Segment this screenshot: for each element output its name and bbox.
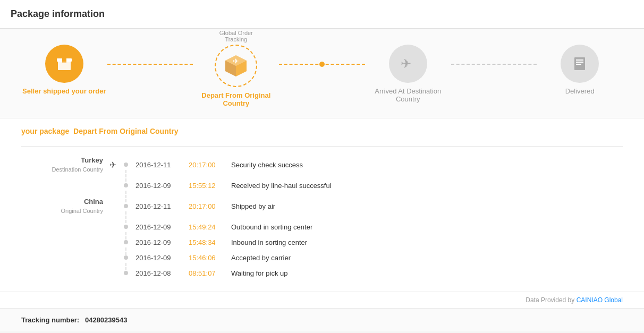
arrived-icon: ✈ xyxy=(399,54,418,73)
tracking-section: Seller shipped your order Global OrderTr… xyxy=(0,29,644,118)
plane-cell xyxy=(106,219,120,235)
timeline-row: 2016-12-0915:48:34Inbound in sorting cen… xyxy=(21,235,623,250)
header: Package information xyxy=(0,0,644,29)
step-icon-depart: ✈ xyxy=(215,45,257,87)
timeline-section: TurkeyDestination Country✈ 2016-12-1120:… xyxy=(0,141,644,292)
timeline-table: TurkeyDestination Country✈ 2016-12-1120:… xyxy=(21,152,623,281)
plane-icon: ✈ xyxy=(109,160,116,169)
timeline-event: Outbound in sorting center xyxy=(228,219,623,235)
step-icon-seller-shipped xyxy=(45,45,83,83)
timeline-dot-cell xyxy=(120,219,132,235)
tracking-number-label: Tracking number: xyxy=(21,316,79,324)
timeline-time: 15:46:06 xyxy=(185,250,228,266)
country-sublabel: Destination Country xyxy=(52,166,103,173)
country-sublabel: Original Country xyxy=(61,208,103,214)
timeline-time: 15:49:24 xyxy=(185,219,228,235)
timeline-divider xyxy=(21,146,623,147)
package-status-value: Depart From Original Country xyxy=(73,127,179,135)
step-icon-arrived: ✈ xyxy=(389,45,427,83)
timeline-dot xyxy=(124,240,128,244)
plane-cell: ✈ xyxy=(106,152,120,178)
timeline-location xyxy=(21,178,106,193)
svg-rect-13 xyxy=(576,64,581,65)
connector-3 xyxy=(451,64,537,65)
timeline-row: ChinaOriginal Country 2016-12-1120:17:00… xyxy=(21,193,623,219)
timeline-event: Shipped by air xyxy=(228,193,623,219)
timeline-location xyxy=(21,219,106,235)
timeline-dot-cell xyxy=(120,178,132,193)
plane-cell xyxy=(106,250,120,266)
plane-cell xyxy=(106,266,120,281)
step-icon-delivered xyxy=(561,45,599,83)
timeline-dot xyxy=(124,183,128,187)
connector-2 xyxy=(279,64,365,65)
tracking-number-value: 04280239543 xyxy=(85,316,128,324)
svg-text:✈: ✈ xyxy=(401,56,411,71)
timeline-date: 2016-12-11 xyxy=(132,193,185,219)
timeline-event: Waiting for pick up xyxy=(228,266,623,281)
timeline-date: 2016-12-08 xyxy=(132,266,185,281)
timeline-row: 2016-12-0915:49:24Outbound in sorting ce… xyxy=(21,219,623,235)
plane-cell xyxy=(106,235,120,250)
timeline-row: TurkeyDestination Country✈ 2016-12-1120:… xyxy=(21,152,623,178)
step-label-delivered: Delivered xyxy=(565,87,595,95)
global-order-label: Global OrderTracking xyxy=(219,30,253,42)
depart-icon: ✈ xyxy=(221,51,251,81)
package-status-prefix: your package xyxy=(21,127,69,135)
timeline-time: 20:17:00 xyxy=(185,152,228,178)
timeline-dot-cell xyxy=(120,235,132,250)
timeline-date: 2016-12-09 xyxy=(132,235,185,250)
timeline-location xyxy=(21,235,106,250)
timeline-time: 08:51:07 xyxy=(185,266,228,281)
svg-rect-3 xyxy=(62,61,66,63)
step-arrived: ✈ Arrived At Destination Country xyxy=(365,45,451,103)
plane-cell xyxy=(106,178,120,193)
timeline-dot-cell xyxy=(120,250,132,266)
svg-rect-12 xyxy=(576,62,583,63)
cainiao-link[interactable]: CAINIAO Global xyxy=(577,296,623,304)
timeline-location xyxy=(21,250,106,266)
timeline-dot-cell xyxy=(120,152,132,178)
timeline-date: 2016-12-11 xyxy=(132,152,185,178)
timeline-date: 2016-12-09 xyxy=(132,250,185,266)
step-seller-shipped: Seller shipped your order xyxy=(21,45,107,95)
timeline-event: Inbound in sorting center xyxy=(228,235,623,250)
timeline-dot xyxy=(124,204,128,208)
timeline-location: TurkeyDestination Country xyxy=(21,152,106,178)
data-provider-label: Data Provided by xyxy=(526,296,576,304)
timeline-row: 2016-12-0808:51:07Waiting for pick up xyxy=(21,266,623,281)
country-name: Turkey xyxy=(81,156,103,164)
package-status: your package Depart From Original Countr… xyxy=(0,118,644,141)
timeline-dot xyxy=(124,225,128,229)
timeline-dot-cell xyxy=(120,193,132,219)
timeline-location: ChinaOriginal Country xyxy=(21,193,106,219)
steps-container: Seller shipped your order Global OrderTr… xyxy=(21,39,623,113)
timeline-time: 15:48:34 xyxy=(185,235,228,250)
timeline-row: 2016-12-0915:46:06Accepted by carrier xyxy=(21,250,623,266)
box-icon xyxy=(55,54,74,73)
step-delivered: Delivered xyxy=(537,45,623,95)
timeline-event: Security check success xyxy=(228,152,623,178)
delivered-icon xyxy=(570,54,589,73)
timeline-time: 15:55:12 xyxy=(185,178,228,193)
timeline-date: 2016-12-09 xyxy=(132,219,185,235)
timeline-event: Accepted by carrier xyxy=(228,250,623,266)
timeline-row: 2016-12-0915:55:12Received by line-haul … xyxy=(21,178,623,193)
page-wrapper: Package information Seller shipped your … xyxy=(0,0,644,331)
connector-dot xyxy=(319,62,325,67)
timeline-time: 20:17:00 xyxy=(185,193,228,219)
connector-1 xyxy=(107,64,193,65)
svg-rect-11 xyxy=(576,59,583,61)
step-label-arrived: Arrived At Destination Country xyxy=(365,87,451,103)
page-title: Package information xyxy=(11,8,633,20)
svg-text:✈: ✈ xyxy=(233,57,239,65)
country-name: China xyxy=(84,198,103,206)
timeline-dot-cell xyxy=(120,266,132,281)
timeline-dot xyxy=(124,255,128,260)
plane-cell xyxy=(106,193,120,219)
timeline-dot xyxy=(124,271,128,275)
data-provider: Data Provided by CAINIAO Global xyxy=(0,292,644,308)
step-label-seller-shipped: Seller shipped your order xyxy=(22,87,106,95)
step-label-depart: Depart From Original Country xyxy=(193,91,279,107)
timeline-dot xyxy=(124,163,128,167)
